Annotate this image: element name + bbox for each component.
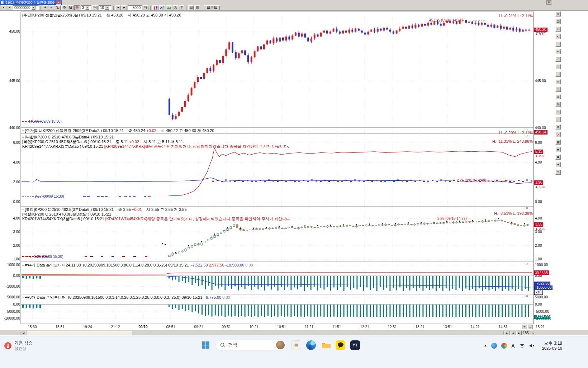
drawing-tool-button-14[interactable]: ↔ [555,117,561,122]
system-tray: ∧ A 오후 3:18 2025-09-10 [484,341,562,351]
drawing-tool-button-15[interactable]: ↺ [555,124,561,129]
app-icon-light[interactable]: ▤ [291,340,301,350]
clock-date: 2025-09-10 [542,346,562,351]
drawing-tool-button-19[interactable]: ■ [555,155,561,160]
horizontal-scrollbar[interactable]: ◀ ▶ ◀ ▶ 185 ↔ [0,330,588,335]
drawing-tool-button-16[interactable]: ↗ [555,132,561,137]
weather-widget[interactable]: 기온 상승 일요일 [4,340,33,352]
wifi-icon[interactable] [519,343,525,348]
page-prev-button[interactable]: ◀ [511,331,516,335]
drawing-tool-button-7[interactable]: T [555,64,561,69]
drawing-tool-button-5[interactable]: ~ [555,49,561,54]
drawing-tool-button-8[interactable]: ▭ [555,72,561,77]
scroll-left-button[interactable]: ◀ [21,331,26,335]
search-placeholder: 검색 [228,342,237,348]
drawing-tool-button-2[interactable]: ⊞ [555,27,561,32]
yt-app-label: YT [353,343,358,347]
drawing-tool-button-1[interactable]: ▤ [555,19,561,24]
drawing-tool-button-3[interactable]: ↖ [555,34,561,39]
drawing-tool-button-21[interactable]: ? [555,170,561,175]
drawing-tool-button-0[interactable]: × [555,11,561,16]
pane-corner-controls[interactable]: ▫✕ [524,262,529,265]
pane-corner-controls[interactable]: ▫✕ [524,207,529,210]
taskbar: 기온 상승 일요일 검색 ▤ YT ∧ [0,336,588,368]
pane-corner-controls[interactable]: ▫✕ [524,128,529,131]
taskbar-center: 검색 ▤ YT [201,340,360,350]
x-expand-button[interactable]: ↔ [528,325,533,329]
tray-chevron-icon[interactable]: ∧ [484,344,487,348]
search-icon [220,343,225,348]
temperature-icon [4,342,11,349]
weather-subtitle: 일요일 [14,346,33,352]
drawing-tool-button-18[interactable]: ★ [555,147,561,152]
drawing-tool-button-11[interactable]: ≡ [555,94,561,99]
drawing-toolbar: ×▤⊞↖+~/T▭○◇≡%↕↔↺↗▦★■●? [555,11,561,177]
volume-icon[interactable] [529,343,535,348]
kakaotalk-icon[interactable] [336,340,345,350]
clock-time: 오후 3:18 [542,341,562,346]
drawing-tool-button-4[interactable]: + [555,42,561,47]
pane-corner-controls[interactable]: ▫✕ [524,294,529,298]
file-explorer-icon[interactable] [321,340,331,350]
expand-chart-button[interactable]: ↔ [531,331,536,335]
drawing-tool-button-12[interactable]: % [555,102,561,107]
taskbar-clock[interactable]: 오후 3:18 2025-09-10 [542,341,562,351]
edge-browser-icon[interactable] [306,340,316,350]
drawing-tool-button-6[interactable]: / [555,57,561,62]
yt-app-icon[interactable]: YT [350,340,360,350]
screen: [6101] [주간]KP200 선물연결-2509 - 3분 ✕ ≡ ◂ ▸ … [0,0,588,368]
scroll-right-button[interactable]: ▶ [504,331,509,335]
drawing-tool-button-9[interactable]: ○ [555,79,561,84]
tray-app-icon-color[interactable] [501,343,507,349]
chart-canvas[interactable] [0,0,588,336]
drawing-tool-button-13[interactable]: ↕ [555,109,561,114]
drawing-tool-button-10[interactable]: ◇ [555,87,561,92]
page-next-button[interactable]: ▶ [516,331,522,335]
pane-corner-controls[interactable]: ▫✕ [524,134,529,137]
start-button[interactable] [201,340,210,350]
drawing-tool-button-20[interactable]: ● [555,162,561,167]
search-highlight-image[interactable] [276,341,285,349]
ime-indicator[interactable]: A [511,343,514,349]
x-zoom-in-button[interactable]: + [522,325,527,329]
scrollbar-thumb[interactable] [132,331,503,335]
search-box[interactable]: 검색 [215,340,286,350]
weather-title: 기온 상승 [14,340,33,346]
drawing-tool-button-17[interactable]: ▦ [555,140,561,145]
tray-app-icon-blue[interactable] [491,343,497,349]
visible-bar-count: 185 [523,331,529,335]
